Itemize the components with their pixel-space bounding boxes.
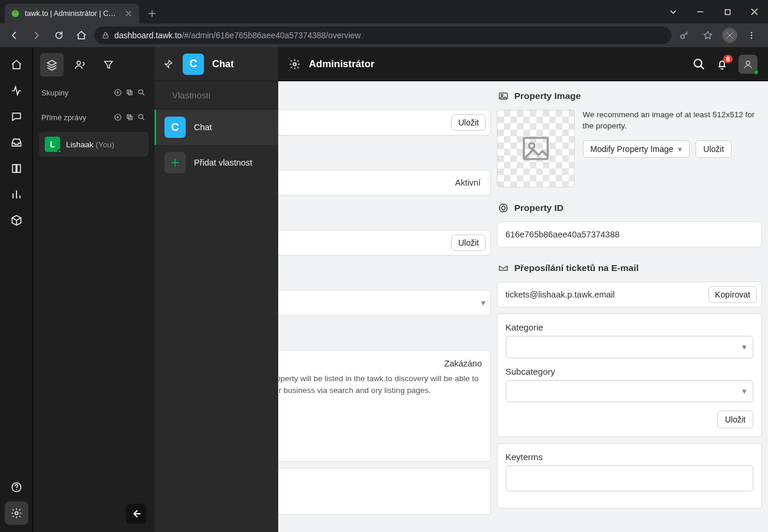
search-group-icon[interactable] [137,88,146,97]
reload-button[interactable] [50,26,68,45]
svg-rect-3 [103,35,108,38]
category-select[interactable]: ▾ [506,336,754,358]
save-url-button[interactable]: Uložit [451,234,485,251]
email-section-head: Přeposílání ticketů na E-mail [497,253,763,276]
svg-point-10 [15,512,18,515]
tab-title: tawk.to | Administrátor | Chat | O [25,9,119,18]
pg-tab-filter[interactable] [97,53,120,77]
property-search[interactable] [154,81,278,110]
email-row[interactable]: tickets@lishaak.p.tawk.email Kopírovat [497,282,763,308]
image-section-head: Property Image [497,81,763,104]
property-id-value: 616e765b86aee40a57374388 [506,230,757,239]
add-dm-icon[interactable] [113,113,123,122]
star-icon[interactable] [698,26,717,45]
save-image-button[interactable]: Uložit [696,140,731,158]
image-thumbnail[interactable] [497,110,575,187]
key-icon[interactable] [675,26,694,45]
notifications-button[interactable]: 8 [716,58,728,70]
browser-tab[interactable]: tawk.to | Administrátor | Chat | O [5,4,139,24]
maximize-button[interactable] [714,0,741,24]
add-group-icon[interactable] [113,88,123,97]
pg-tab-people[interactable] [68,53,92,77]
window-chevron-icon[interactable] [660,0,687,24]
svg-point-21 [294,63,296,66]
browser-title-bar: tawk.to | Administrátor | Chat | O [0,0,768,24]
rail-help[interactable] [5,475,28,499]
back-button[interactable] [5,26,24,45]
user-avatar[interactable] [739,55,757,74]
lock-icon [101,31,110,39]
copy-group-icon[interactable] [125,88,134,97]
groups-label: Skupiny [41,88,68,97]
name-input-row[interactable]: Uložit [278,110,491,136]
add-property-item[interactable]: Přidat vlastnost [154,145,278,180]
region-section-head: egion [278,262,491,284]
rail-activity[interactable] [5,79,28,103]
property-search-input[interactable] [172,90,284,100]
icon-rail [0,47,33,532]
profile-avatar[interactable] [722,28,737,43]
category-card: Kategorie ▾ Subcategory ▾ Uložit [497,313,763,437]
notification-badge: 8 [723,55,733,63]
close-window-button[interactable] [741,0,768,24]
svg-point-7 [751,35,752,36]
copy-button[interactable]: Kopírovat [708,286,757,303]
save-name-button[interactable]: Uložit [451,114,485,131]
subcategory-select[interactable]: ▾ [506,380,754,402]
copy-dm-icon[interactable] [125,113,134,122]
keyterms-card: Keyterms [497,443,763,508]
rail-addons[interactable] [5,209,28,232]
home-button[interactable] [72,26,91,45]
discovery-status: Zakázáno [444,359,482,368]
region-select[interactable]: ▾ [278,290,491,316]
keyterms-label: Keyterms [506,452,754,462]
dm-label: Přímé zprávy [41,113,87,122]
svg-point-15 [139,90,143,94]
svg-point-11 [77,61,81,65]
status-value: Aktivní [278,178,486,187]
svg-rect-2 [725,9,730,14]
address-bar[interactable]: dashboard.tawk.to/#/admin/616e765b86aee4… [94,27,671,44]
search-dm-icon[interactable] [137,113,146,122]
property-id-row[interactable]: 616e765b86aee40a57374388 [497,222,763,247]
new-tab-button[interactable] [144,5,160,22]
minimize-button[interactable] [687,0,714,24]
search-icon[interactable] [693,58,706,71]
gear-icon[interactable] [289,58,301,70]
pg-tab-layers[interactable] [40,53,64,77]
close-tab-icon[interactable] [124,9,133,18]
rail-chat[interactable] [5,105,28,128]
favicon [11,9,20,18]
save-category-button[interactable]: Uložit [717,411,753,428]
menu-icon[interactable] [742,26,761,45]
settings-section-head: ettings [278,322,491,344]
url-input-row[interactable]: Uložit [278,230,491,256]
keyterms-input[interactable] [506,465,754,491]
svg-point-1 [14,11,17,13]
id-section-head: Property ID [497,193,763,216]
page-title: Administrátor [309,58,374,70]
rail-reports[interactable] [5,183,28,206]
groups-header: Skupiny [41,84,146,101]
dm-item-self[interactable]: L Lishaak (You) [39,132,149,157]
image-hint: We recommend an image of at least 512x51… [583,110,763,132]
svg-rect-17 [127,115,131,118]
groups-panel: Skupiny Přímé zprávy L Lishaak (You) [33,47,154,532]
rail-kb[interactable] [5,157,28,180]
svg-rect-13 [127,90,131,94]
app-root: Skupiny Přímé zprávy L Lishaak (You) [0,47,768,532]
extra-card-left [278,468,491,515]
status-row[interactable]: Aktivní [278,170,491,196]
property-item-badge: C [164,117,186,138]
svg-rect-18 [128,116,132,120]
main-header: Administrátor 8 [278,47,768,81]
rail-settings[interactable] [5,501,28,525]
modify-image-button[interactable]: Modify Property Image▾ [583,140,690,158]
property-item-chat[interactable]: C Chat [154,110,278,145]
rail-inbox[interactable] [5,131,28,154]
rail-home[interactable] [5,53,28,77]
collapse-panel-button[interactable] [126,504,146,524]
svg-point-23 [746,61,750,65]
pin-icon[interactable] [163,59,174,70]
plus-icon [164,152,186,173]
